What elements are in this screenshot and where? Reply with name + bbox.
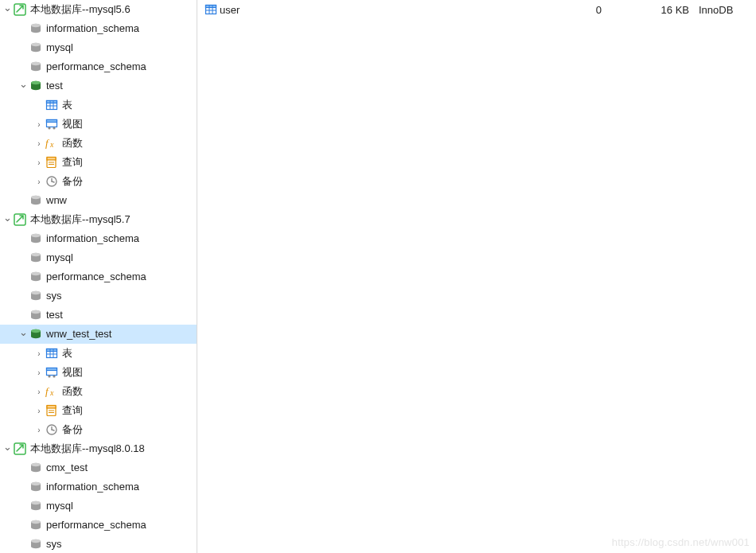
chevron-down-icon[interactable]: ⌄ — [2, 212, 13, 224]
chevron-right-icon[interactable]: › — [33, 387, 45, 396]
connection-node[interactable]: ⌄本地数据库--mysql5.7 — [0, 210, 197, 229]
database-node[interactable]: mysql — [0, 248, 197, 267]
database-node[interactable]: performance_schema — [0, 267, 197, 286]
database-node[interactable]: mysql — [0, 38, 197, 57]
database-label: test — [46, 76, 63, 95]
database-icon — [29, 461, 43, 474]
connection-icon — [13, 3, 27, 16]
database-node[interactable]: sys — [0, 535, 197, 553]
database-icon — [29, 194, 43, 207]
connection-label: 本地数据库--mysql5.6 — [30, 0, 131, 19]
connection-label: 本地数据库--mysql8.0.18 — [30, 439, 145, 458]
backup-icon — [45, 423, 59, 436]
db-child-node[interactable]: ›函数 — [0, 382, 197, 401]
database-node[interactable]: cmx_test — [0, 458, 197, 477]
database-node[interactable]: mysql — [0, 497, 197, 516]
database-node[interactable]: information_schema — [0, 229, 197, 248]
db-child-label: 查询 — [62, 153, 83, 172]
table-icon — [45, 347, 59, 360]
connection-label: 本地数据库--mysql5.7 — [30, 210, 131, 229]
chevron-down-icon[interactable]: ⌄ — [18, 78, 29, 90]
db-child-label: 表 — [62, 95, 72, 115]
database-label: wnw_test_test — [46, 325, 111, 344]
database-icon — [29, 500, 43, 512]
chevron-right-icon[interactable]: › — [33, 426, 45, 434]
database-node[interactable]: wnw — [0, 191, 197, 210]
database-label: cmx_test — [46, 458, 88, 477]
db-child-label: 表 — [62, 344, 72, 363]
database-node[interactable]: performance_schema — [0, 57, 197, 76]
database-label: performance_schema — [46, 516, 146, 535]
database-label: mysql — [46, 38, 73, 57]
view-icon — [45, 366, 59, 379]
database-label: mysql — [46, 248, 73, 267]
chevron-right-icon[interactable]: › — [33, 139, 45, 148]
table-icon — [45, 99, 59, 111]
database-label: wnw — [46, 191, 67, 210]
connection-node[interactable]: ⌄本地数据库--mysql8.0.18 — [0, 439, 197, 458]
db-child-node[interactable]: ›视图 — [0, 115, 197, 134]
database-icon — [29, 538, 43, 551]
database-node[interactable]: test — [0, 306, 197, 325]
database-label: sys — [46, 286, 62, 306]
connection-icon — [13, 442, 27, 455]
db-child-node[interactable]: ›备份 — [0, 172, 197, 191]
db-child-label: 备份 — [62, 172, 83, 191]
db-child-label: 视图 — [62, 115, 83, 134]
watermark: https://blog.csdn.net/wnw001 — [612, 536, 750, 548]
database-icon — [29, 41, 43, 54]
object-rows: 0 — [490, 4, 633, 16]
database-icon — [29, 519, 43, 532]
db-child-node[interactable]: ›查询 — [0, 401, 197, 420]
function-icon — [45, 385, 59, 398]
db-child-node[interactable]: 表 — [0, 95, 197, 115]
connection-node[interactable]: ⌄本地数据库--mysql5.6 — [0, 0, 197, 19]
db-child-node[interactable]: ›表 — [0, 344, 197, 363]
database-icon — [29, 80, 43, 92]
db-child-node[interactable]: ›查询 — [0, 153, 197, 172]
backup-icon — [45, 175, 59, 188]
chevron-right-icon[interactable]: › — [33, 158, 45, 167]
object-list-panel: user016 KBInnoDB https://blog.csdn.net/w… — [197, 0, 756, 553]
database-icon — [29, 328, 43, 341]
database-node[interactable]: ⌄test — [0, 76, 197, 95]
db-child-node[interactable]: ›视图 — [0, 363, 197, 382]
chevron-right-icon[interactable]: › — [33, 349, 45, 358]
db-child-label: 函数 — [62, 134, 83, 153]
chevron-down-icon[interactable]: ⌄ — [2, 441, 13, 453]
database-icon — [29, 271, 43, 283]
query-icon — [45, 156, 59, 169]
database-icon — [29, 290, 43, 302]
object-name: user — [220, 4, 240, 16]
database-node[interactable]: ⌄wnw_test_test — [0, 325, 197, 344]
connection-tree[interactable]: ⌄本地数据库--mysql5.6information_schemamysqlp… — [0, 0, 197, 553]
object-engine: InnoDB — [689, 4, 750, 16]
database-label: performance_schema — [46, 267, 146, 286]
chevron-right-icon[interactable]: › — [33, 368, 45, 377]
view-icon — [45, 118, 59, 130]
chevron-right-icon[interactable]: › — [33, 407, 45, 415]
database-label: information_schema — [46, 19, 139, 38]
database-node[interactable]: performance_schema — [0, 516, 197, 535]
database-node[interactable]: information_schema — [0, 19, 197, 38]
database-label: information_schema — [46, 477, 139, 497]
database-label: information_schema — [46, 229, 139, 248]
query-icon — [45, 404, 59, 417]
database-node[interactable]: information_schema — [0, 477, 197, 497]
database-label: sys — [46, 535, 62, 553]
database-icon — [29, 481, 43, 493]
db-child-node[interactable]: ›备份 — [0, 420, 197, 439]
database-icon — [29, 60, 43, 73]
connection-icon — [13, 213, 27, 226]
database-node[interactable]: sys — [0, 286, 197, 306]
chevron-down-icon[interactable]: ⌄ — [18, 326, 29, 338]
database-label: mysql — [46, 497, 73, 516]
chevron-right-icon[interactable]: › — [33, 120, 45, 129]
database-label: performance_schema — [46, 57, 146, 76]
chevron-down-icon[interactable]: ⌄ — [2, 2, 13, 14]
object-size: 16 KB — [633, 4, 689, 16]
db-child-node[interactable]: ›函数 — [0, 134, 197, 153]
db-child-label: 备份 — [62, 420, 83, 439]
table-row[interactable]: user016 KBInnoDB — [204, 2, 750, 18]
chevron-right-icon[interactable]: › — [33, 177, 45, 186]
